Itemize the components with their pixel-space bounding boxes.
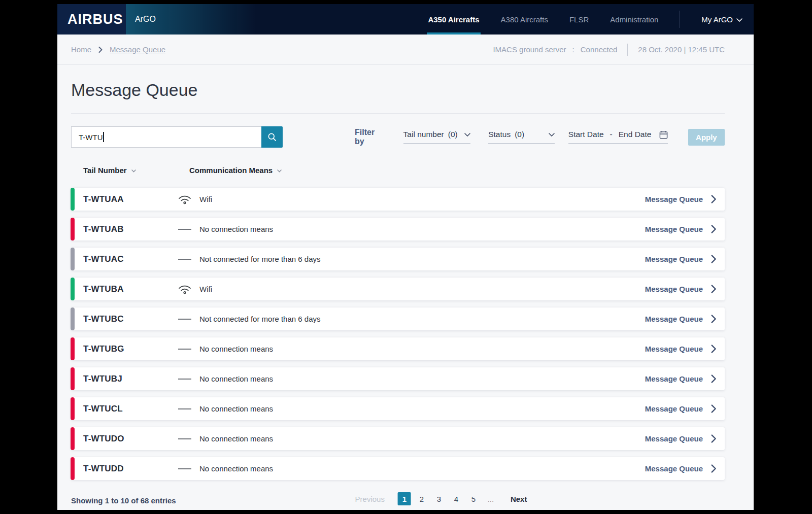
message-queue-link[interactable]: Message Queue: [645, 404, 717, 413]
communication-means: No connection means: [177, 404, 273, 413]
communication-means: Not connected for more than 6 days: [177, 255, 320, 263]
tail-number-filter[interactable]: Tail number (0): [403, 130, 471, 144]
table-row[interactable]: T-WTUBG No connection means Message Queu…: [71, 337, 725, 360]
status-color-bar: [71, 367, 75, 390]
end-date-field[interactable]: End Date: [619, 130, 652, 139]
table-row[interactable]: T-WTUAA Wifi Message Queue: [71, 188, 725, 211]
app-window: AIRBUS ArGO A350 Aircrafts A380 Aircraft…: [57, 4, 754, 510]
chevron-right-icon: [711, 464, 717, 473]
message-queue-link[interactable]: Message Queue: [645, 345, 717, 353]
text-cursor: [103, 132, 104, 142]
breadcrumb-home[interactable]: Home: [71, 45, 91, 54]
server-status: IMACS ground server : Connected 28 Oct. …: [493, 44, 725, 56]
pagination: Previous 1 2 3 4 5 ... Next: [355, 492, 527, 505]
chevron-down-icon: [464, 133, 470, 136]
airbus-logo: AIRBUS: [67, 12, 123, 27]
communication-means-text: Not connected for more than 6 days: [199, 255, 320, 263]
status-color-bar: [71, 248, 75, 270]
search-input-value: T-WTU: [79, 133, 103, 142]
breadcrumb-current[interactable]: Message Queue: [110, 45, 165, 54]
calendar-icon[interactable]: [659, 130, 668, 139]
search-input[interactable]: T-WTU: [71, 126, 261, 148]
table-row[interactable]: T-WTUAC Not connected for more than 6 da…: [71, 248, 725, 270]
communication-means-text: Not connected for more than 6 days: [199, 315, 320, 323]
nav-administration[interactable]: Administration: [610, 4, 658, 35]
message-queue-link[interactable]: Message Queue: [645, 255, 717, 263]
no-connection-dash-icon: [178, 349, 191, 350]
next-page-button[interactable]: Next: [511, 495, 527, 503]
status-color-bar: [71, 427, 75, 450]
status-color-bar: [71, 278, 75, 300]
sort-caret-icon: [131, 169, 136, 173]
server-separator: :: [572, 45, 574, 54]
apply-button[interactable]: Apply: [688, 129, 725, 146]
date-separator: -: [610, 130, 613, 139]
nav-a380-aircrafts[interactable]: A380 Aircrafts: [501, 4, 548, 35]
chevron-right-icon: [711, 285, 717, 293]
communication-means-column-header[interactable]: Communication Means: [189, 166, 282, 175]
message-queue-link[interactable]: Message Queue: [645, 195, 717, 203]
table-footer: Showing 1 to 10 of 68 entries Previous 1…: [71, 492, 725, 510]
communication-means: No connection means: [177, 434, 273, 443]
table-row[interactable]: T-WTUDD No connection means Message Queu…: [71, 457, 725, 480]
start-date-field[interactable]: Start Date: [568, 130, 604, 139]
filter-by-label: Filter by: [355, 128, 386, 146]
communication-means-text: No connection means: [199, 374, 273, 383]
communication-means: Wifi: [177, 284, 212, 294]
date-range-filter[interactable]: Start Date - End Date: [568, 130, 668, 144]
status-color-bar: [71, 457, 75, 480]
page-1-button[interactable]: 1: [398, 492, 411, 505]
server-label: IMACS ground server: [493, 45, 566, 54]
chevron-right-icon: [711, 255, 717, 263]
message-queue-link[interactable]: Message Queue: [645, 285, 717, 293]
airbus-logo-block: AIRBUS: [57, 4, 126, 35]
nav-a350-aircrafts[interactable]: A350 Aircrafts: [428, 4, 479, 35]
search-button[interactable]: [261, 126, 283, 148]
tail-filter-count: (0): [448, 130, 458, 139]
status-color-bar: [71, 218, 75, 241]
status-filter[interactable]: Status (0): [488, 130, 555, 144]
table-row[interactable]: T-WTUCL No connection means Message Queu…: [71, 397, 725, 420]
status-color-bar: [71, 397, 75, 420]
tail-number: T-WTUAA: [83, 194, 177, 204]
table-header-row: Tail Number Communication Means: [71, 166, 725, 175]
table-row[interactable]: T-WTUBA Wifi Message Queue: [71, 278, 725, 300]
page-4-button[interactable]: 4: [450, 492, 463, 505]
no-connection-dash-icon: [178, 468, 191, 469]
title-divider: [71, 113, 725, 114]
tail-number: T-WTUAB: [83, 224, 177, 234]
status-color-bar: [71, 337, 75, 360]
table-row[interactable]: T-WTUAB No connection means Message Queu…: [71, 218, 725, 241]
message-queue-link[interactable]: Message Queue: [645, 315, 717, 323]
sort-caret-icon: [277, 169, 282, 173]
page-5-button[interactable]: 5: [467, 492, 480, 505]
tail-number: T-WTUBG: [83, 344, 177, 354]
message-queue-link[interactable]: Message Queue: [645, 225, 717, 233]
table-row[interactable]: T-WTUBJ No connection means Message Queu…: [71, 367, 725, 390]
communication-means: No connection means: [177, 374, 273, 383]
my-argo-menu[interactable]: My ArGO: [701, 4, 742, 35]
chevron-right-icon: [711, 434, 717, 443]
wifi-icon: [178, 284, 192, 294]
previous-page-button[interactable]: Previous: [355, 495, 385, 503]
status-color-bar: [71, 188, 75, 211]
search-icon: [267, 132, 277, 142]
status-filter-count: (0): [515, 130, 524, 139]
no-connection-dash-icon: [178, 438, 191, 439]
aircraft-list: T-WTUAA Wifi Message Queue T-WTUAB No co…: [71, 188, 725, 480]
page-3-button[interactable]: 3: [432, 492, 446, 505]
message-queue-link[interactable]: Message Queue: [645, 374, 717, 383]
entries-summary: Showing 1 to 10 of 68 entries: [71, 496, 176, 505]
communication-means: No connection means: [177, 464, 273, 473]
no-connection-dash-icon: [178, 259, 191, 260]
table-row[interactable]: T-WTUBC Not connected for more than 6 da…: [71, 307, 725, 330]
tail-number: T-WTUBJ: [83, 374, 177, 384]
no-connection-dash-icon: [178, 319, 191, 320]
tail-number-column-header[interactable]: Tail Number: [83, 166, 189, 175]
message-queue-link[interactable]: Message Queue: [645, 464, 717, 473]
nav-flsr[interactable]: FLSR: [569, 4, 589, 35]
chevron-down-icon: [549, 133, 555, 136]
message-queue-link[interactable]: Message Queue: [645, 434, 717, 443]
table-row[interactable]: T-WTUDO No connection means Message Queu…: [71, 427, 725, 450]
page-2-button[interactable]: 2: [415, 492, 428, 505]
